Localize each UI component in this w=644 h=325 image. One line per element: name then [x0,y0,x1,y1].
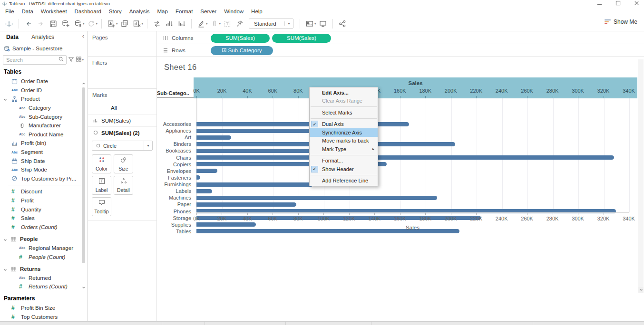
dropdown-caret[interactable]: ▾ [96,22,98,26]
chevron-down-icon[interactable] [3,267,7,273]
menu-item-help[interactable]: Help [247,7,266,16]
duplicate-sheet-icon[interactable] [118,18,131,29]
field-orders-count-[interactable]: #Orders (Count) [0,223,87,232]
bar-chairs[interactable] [196,155,614,160]
color-button[interactable]: Color [92,154,111,173]
sort-ascending-icon[interactable] [163,18,176,29]
menu-item-analysis[interactable]: Analysis [126,7,154,16]
maximize-icon[interactable] [615,0,621,7]
menu-item-format[interactable]: Format [172,7,196,16]
close-icon[interactable] [634,0,639,7]
label-button[interactable]: Label [92,176,111,195]
field-people-count-[interactable]: #People (Count) [0,252,87,261]
bar-fasteners[interactable] [196,175,200,180]
mark-type-select[interactable]: Circle ▾ [92,141,153,151]
scroll-up-icon[interactable] [81,81,86,86]
tableau-logo-icon[interactable] [3,18,15,29]
fix-axes-icon[interactable] [234,18,246,29]
field-sub-category[interactable]: AbcSub-Category [0,112,87,121]
bar-row-accessories[interactable]: Accessories [157,121,638,127]
bar-row-furnishings[interactable]: Furnishings [157,181,638,188]
size-button[interactable]: Size [114,154,133,173]
fit-select[interactable]: Standard ▾ [249,19,293,29]
view-options-icon[interactable] [76,56,82,64]
bar-row-labels[interactable]: Labels [157,188,638,194]
share-icon[interactable] [336,18,349,29]
rows-shelf[interactable]: Rows Sub-Category [157,45,644,57]
field-ship-mode[interactable]: AbcShip Mode [0,165,87,174]
menu-item-select-marks[interactable]: Select Marks [310,108,378,117]
menu-item-synchronize-axis[interactable]: Synchronize Axis [310,128,378,137]
filter-fields-icon[interactable] [68,56,74,64]
pill-sub-category[interactable]: Sub-Category [211,46,273,55]
marks-item-sum-sales-[interactable]: SUM(Sales) [88,114,156,126]
field-order-id[interactable]: AbcOrder ID [0,86,87,95]
field-quantity[interactable]: #Quantity [0,205,87,214]
scroll-down-icon[interactable] [638,287,644,293]
bar-labels[interactable] [196,189,212,193]
chevron-down-icon[interactable] [3,237,7,243]
show-me-button[interactable]: Show Me [605,19,637,25]
dropdown-caret[interactable]: ▾ [219,22,221,26]
chevron-down-icon[interactable]: ▾ [284,21,293,26]
row-field-header[interactable]: Sub-Catego.. [157,90,194,98]
pages-card[interactable]: Pages [88,31,156,57]
sheet-scrollbar[interactable] [638,59,644,293]
marks-item-sum-sales-2-[interactable]: SUM(Sales) (2) [88,126,156,139]
swap-rows-columns-icon[interactable] [151,18,163,29]
text-label-icon[interactable] [221,18,234,29]
field-people[interactable]: People [0,235,87,244]
bar-row-bookcases[interactable]: Bookcases [157,147,638,154]
marks-item-all[interactable]: All [88,102,156,114]
chevron-down-icon[interactable] [3,97,7,103]
field-top-customers-by-pr-[interactable]: Top Customers by Pr... [0,174,87,183]
bar-row-machines[interactable]: Machines [157,194,638,201]
redo-icon[interactable] [35,18,47,29]
menu-item-edit-axis-[interactable]: Edit Axis... [310,88,378,97]
field-sales[interactable]: #Sales [0,214,87,223]
chevron-down-icon[interactable]: ▾ [144,141,152,150]
field-regional-manager[interactable]: AbcRegional Manager [0,244,87,253]
tooltip-button[interactable]: Tooltip [92,197,111,216]
bottom-axis[interactable]: 0K20K40K60K80K100K120K140K160K180K200K22… [196,212,629,231]
bar-row-envelopes[interactable]: Envelopes [157,168,638,174]
field-profit[interactable]: #Profit [0,196,87,205]
minimize-icon[interactable] [597,0,602,7]
scrollbar-track[interactable] [638,59,644,293]
sort-descending-icon[interactable] [176,18,188,29]
menu-item-move-marks-to-back[interactable]: Move marks to back [310,137,378,145]
new-datasource-icon[interactable] [59,18,72,29]
dropdown-caret[interactable]: ▾ [116,22,118,26]
bar-row-fasteners[interactable]: Fasteners [157,174,638,181]
menu-item-clear-axis-range[interactable]: Clear Axis Range [310,97,378,105]
menu-item-add-reference-line[interactable]: Add Reference Line [310,177,378,185]
sidebar-scrollbar[interactable] [81,81,86,290]
field-product[interactable]: Product [0,95,87,104]
dropdown-caret[interactable]: ▾ [82,58,84,62]
dual-axis-bar-chart[interactable]: Sales 0K20K40K60K80K100K120K140K160K180K… [157,76,638,240]
columns-shelf[interactable]: Columns SUM(Sales)SUM(Sales) [157,32,644,44]
scrollbar-thumb[interactable] [82,87,85,263]
dropdown-caret[interactable]: ▾ [142,22,144,26]
filters-card[interactable]: Filters [88,57,156,89]
bar-row-chairs[interactable]: Chairs [157,154,638,161]
datasource-item[interactable]: Sample - Superstore [0,43,87,54]
bar-envelopes[interactable] [196,169,217,173]
pill-sum-sales[interactable]: SUM(Sales) [211,34,270,43]
menu-item-format-[interactable]: Format... [310,157,378,165]
search-box[interactable] [3,55,67,65]
search-input[interactable] [6,57,58,63]
bar-row-paper[interactable]: Paper [157,201,638,208]
field-ship-date[interactable]: Ship Date [0,156,87,165]
top-axis-selected[interactable]: Sales 0K20K40K60K80K100K120K140K160K180K… [194,77,637,98]
menu-item-server[interactable]: Server [196,7,220,16]
menu-item-window[interactable]: Window [220,7,247,16]
bar-furnishings[interactable] [196,182,313,187]
menu-item-file[interactable]: File [1,7,18,16]
collapse-pane-icon[interactable]: ‹ [82,32,84,39]
field-segment[interactable]: AbcSegment [0,148,87,157]
menu-item-data[interactable]: Data [18,7,37,16]
bar-machines[interactable] [196,196,437,200]
menu-item-mark-type[interactable]: Mark Type▸ [310,145,378,153]
field-returns-count-[interactable]: #Returns (Count) [0,282,87,291]
